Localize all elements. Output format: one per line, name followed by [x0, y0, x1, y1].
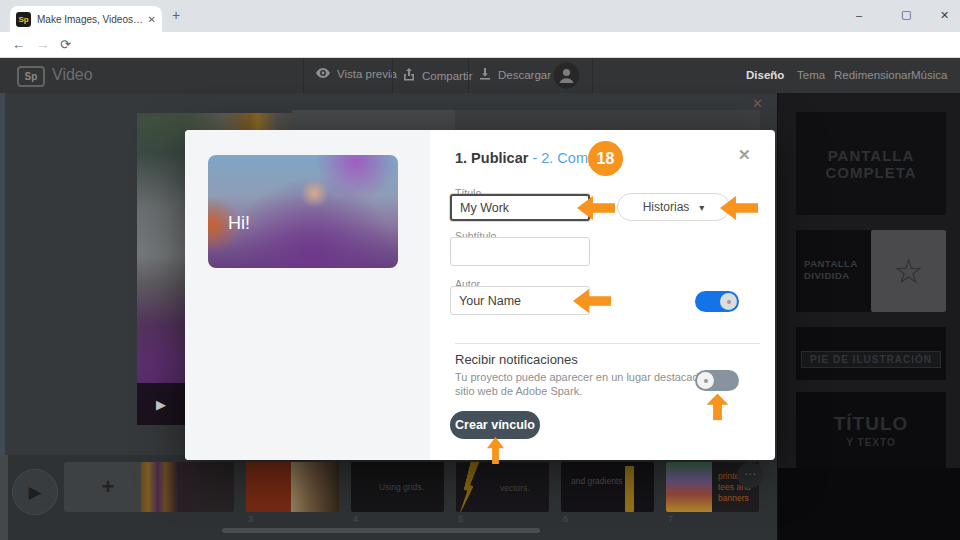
toolbar-divider [392, 58, 393, 93]
tutorial-arrow-notifications [707, 394, 729, 421]
autor-input[interactable] [450, 286, 590, 315]
lightning-graphic [457, 462, 480, 512]
notifications-title: Recibir notificaciones [455, 352, 578, 367]
nav-tab-redimensionar[interactable]: Redimensionar [834, 69, 911, 81]
slide-delete-icon[interactable]: ✕ [752, 96, 763, 111]
category-dropdown[interactable]: Historias ▾ [617, 193, 730, 221]
window-maximize-button[interactable]: ▢ [901, 8, 911, 21]
layout-card-label: COMPLETA [825, 164, 916, 181]
toggle-knob [720, 293, 737, 310]
slide-thumbnail[interactable]: vectors. [456, 462, 549, 512]
nav-tab-musica[interactable]: Música [911, 69, 947, 81]
layout-card-title: TÍTULO [834, 413, 909, 435]
nav-tab-diseno[interactable]: Diseño [746, 69, 784, 81]
layout-card-label: PIE DE ILUSTRACIÓN [801, 351, 941, 368]
video-preview-thumbnail: Hi! [208, 155, 398, 268]
thumbnail-photo [666, 462, 712, 512]
thumbnail-label: Using grids. [379, 482, 424, 492]
filmstrip-scrollbar[interactable] [222, 528, 540, 533]
video-frame [137, 115, 185, 425]
browser-navbar: ← → ⟳ spark.adobe.com/es-ES/sp/design/vi… [0, 32, 960, 58]
new-tab-button[interactable]: + [172, 7, 180, 23]
play-icon: ▶ [156, 397, 166, 412]
canvas-panel [292, 110, 455, 130]
split-panel: ☆ [871, 230, 946, 312]
browser-tab[interactable]: Sp Make Images, Videos and Web S ✕ [10, 6, 162, 32]
slide-thumbnail[interactable]: Using grids. [351, 462, 444, 512]
add-slide-button[interactable]: + [64, 462, 152, 512]
slide-number: 4 [353, 514, 358, 524]
chevron-down-icon: ▾ [699, 202, 704, 213]
spark-logo: Sp [17, 66, 45, 87]
preview-label: Vista previa [337, 68, 397, 80]
layout-card-label: PANTALLA [828, 147, 915, 164]
eye-icon [316, 68, 330, 80]
spark-favicon: Sp [16, 12, 31, 27]
slide-number: 3 [248, 514, 253, 524]
slide-thumbnail[interactable] [141, 462, 234, 512]
video-play-button[interactable]: ▶ [137, 383, 185, 425]
notifications-description-line2: sitio web de Adobe Spark. [455, 385, 582, 397]
publish-dialog: Hi! 1. Publicar - 2. Compartir 18 ✕ Títu… [185, 130, 775, 460]
toolbar-divider [468, 58, 469, 93]
author-visibility-toggle[interactable] [695, 291, 739, 312]
tab-close-icon[interactable]: ✕ [148, 14, 156, 25]
layout-sidebar: PANTALLA COMPLETA PANTALLA DIVIDIDA ☆ PI… [777, 93, 960, 540]
back-icon[interactable]: ← [12, 37, 25, 52]
share-label: Compartir [422, 70, 472, 82]
filmstrip-edge [0, 455, 8, 540]
forward-icon[interactable]: → [36, 37, 49, 52]
layout-card-pantalla-dividida[interactable]: PANTALLA DIVIDIDA ☆ [796, 230, 946, 312]
toggle-knob [697, 372, 714, 389]
toolbar-divider [592, 58, 593, 93]
screen: Sp Make Images, Videos and Web S ✕ + – ▢… [0, 0, 960, 540]
window-minimize-button[interactable]: – [856, 9, 862, 21]
share-button[interactable]: Compartir [403, 68, 472, 83]
nav-tab-tema[interactable]: Tema [797, 69, 825, 81]
download-button[interactable]: Descargar [479, 68, 551, 82]
reload-icon[interactable]: ⟳ [60, 37, 71, 52]
layout-card-titulo-y-texto[interactable]: TÍTULO Y TEXTO [796, 392, 946, 468]
category-value: Historias [643, 200, 690, 214]
step-dash: - [532, 150, 537, 166]
layout-card-label: PANTALLA DIVIDIDA [804, 258, 866, 282]
browser-titlebar: Sp Make Images, Videos and Web S ✕ + – ▢… [0, 0, 960, 32]
thumbnail-label-line: banners [718, 493, 753, 504]
play-icon: ▶ [28, 482, 41, 503]
slide-number: 5 [458, 514, 463, 524]
thumbnail-label: vectors. [500, 483, 530, 493]
slide-menu-button[interactable]: ⋯ [737, 462, 763, 488]
titulo-input[interactable] [450, 194, 590, 221]
share-icon [403, 68, 415, 83]
dialog-preview-panel: Hi! [185, 130, 430, 460]
layout-card-pie-de-ilustracion[interactable]: PIE DE ILUSTRACIÓN [796, 327, 946, 380]
tutorial-step-badge: 18 [588, 141, 623, 176]
slide-thumbnail[interactable]: and gradients [561, 462, 654, 512]
filmstrip-play-button[interactable]: ▶ [12, 469, 58, 515]
door-graphic [625, 466, 634, 512]
slide-thumbnail[interactable] [246, 462, 339, 512]
layout-card-pantalla-completa[interactable]: PANTALLA COMPLETA [796, 112, 946, 215]
account-avatar-icon[interactable] [553, 62, 580, 93]
create-link-button[interactable]: Crear vínculo [450, 411, 540, 439]
notifications-toggle[interactable] [695, 370, 739, 391]
star-icon: ☆ [893, 251, 923, 291]
layout-card-subtitle: Y TEXTO [846, 437, 895, 448]
sidebar-footer [778, 468, 960, 540]
dialog-close-icon[interactable]: ✕ [738, 146, 751, 164]
tab-title: Make Images, Videos and Web S [37, 14, 144, 25]
step-publicar: 1. Publicar [455, 150, 528, 166]
window-close-button[interactable]: ✕ [940, 9, 949, 22]
preview-button[interactable]: Vista previa [316, 68, 397, 80]
download-icon [479, 68, 491, 82]
notifications-description-line1: Tu proyecto puede aparecer en un lugar d… [455, 371, 722, 383]
subtitulo-input[interactable] [450, 237, 590, 266]
preview-overlay-text: Hi! [228, 213, 250, 234]
app-toolbar: Sp Video Vista previa Compartir Descarga… [0, 58, 960, 93]
toolbar-divider [303, 58, 304, 93]
slide-number: 7 [668, 514, 673, 524]
slide-number: 6 [563, 514, 568, 524]
app-name: Video [52, 66, 93, 84]
canvas-panel [455, 110, 760, 130]
dialog-divider [455, 343, 760, 344]
